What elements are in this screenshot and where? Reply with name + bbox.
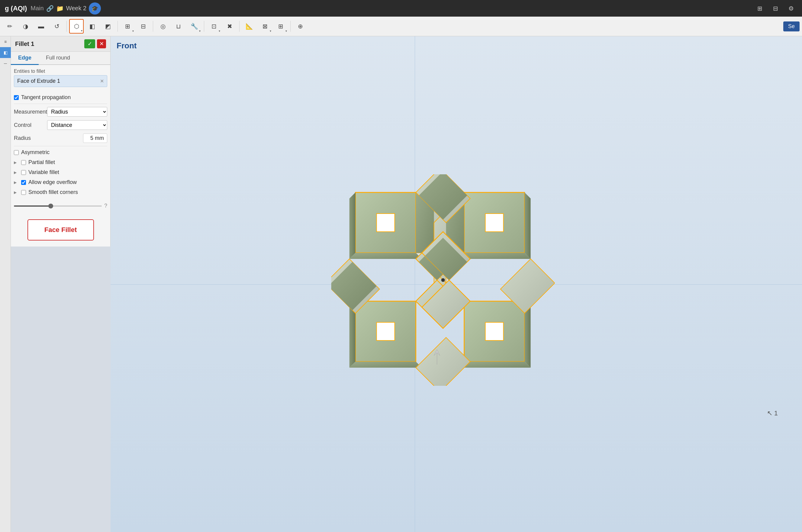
sidebar-item-3[interactable]: ─ (0, 58, 11, 69)
3d-shape (331, 174, 555, 386)
sep6 (290, 21, 291, 32)
measurement-label: Measurement (14, 109, 47, 115)
asymmetric-row: Asymmetric (14, 148, 107, 157)
layout-btn[interactable]: ⊟ (769, 2, 781, 15)
cancel-btn[interactable]: ✕ (97, 39, 106, 48)
mate-btn[interactable]: ⊔ (171, 19, 186, 34)
tab-full-round[interactable]: Full round (39, 52, 77, 65)
dropdown-arrow2-icon: ▾ (132, 29, 134, 33)
allow-edge-overflow-label: Allow edge overflow (28, 179, 77, 186)
measurement-row: Measurement Radius Curvature (14, 105, 107, 118)
svg-marker-10 (524, 192, 531, 259)
slider-section: ? (11, 200, 110, 213)
search-btn[interactable]: Se (783, 21, 800, 32)
delete-red-btn[interactable]: ✖ (222, 19, 237, 34)
svg-marker-2 (376, 214, 395, 232)
variable-fillet-label: Variable fillet (28, 169, 59, 175)
copy-dropdown-btn[interactable]: ⊞ ▾ (273, 19, 288, 34)
settings-btn[interactable]: ⚙ (785, 2, 797, 15)
svg-marker-3 (349, 192, 355, 259)
viewport: Front (111, 36, 802, 532)
svg-marker-33 (416, 338, 470, 386)
entities-clear-btn[interactable]: ✕ (100, 78, 104, 84)
viewport-label: Front (117, 41, 136, 51)
sketch-icon: ✏ (7, 23, 13, 30)
tab-edge[interactable]: Edge (11, 52, 39, 65)
se-arm (422, 280, 470, 328)
pattern-icon: ⊞ (125, 23, 130, 30)
dropdown-arrow5-icon: ▾ (270, 29, 271, 33)
motion-icon: 🔧 (191, 23, 198, 30)
slider-fill (14, 205, 51, 207)
smooth-fillet-corners-expand-icon[interactable]: ▶ (14, 190, 19, 194)
control-select[interactable]: Distance Chord length (47, 120, 107, 130)
svg-marker-18 (349, 362, 422, 368)
partial-fillet-expand-icon[interactable]: ▶ (14, 160, 19, 165)
radius-label: Radius (14, 135, 83, 141)
assembly-btn[interactable]: ⊟ (136, 19, 150, 34)
radius-row: Radius (14, 132, 107, 145)
smooth-fillet-corners-checkbox[interactable] (21, 190, 26, 195)
entities-value: Face of Extrude 1 (17, 78, 60, 84)
plane-btn[interactable]: 📐 (242, 19, 256, 34)
dropdown-arrow6-icon: ▾ (285, 29, 287, 33)
tangent-propagation-label: Tangent propagation (21, 94, 71, 101)
delete-icon: ✖ (227, 23, 232, 30)
panel-header: Fillet 1 ✓ ✕ (11, 36, 110, 52)
snap-icon: ⊡ (211, 23, 216, 30)
allow-edge-overflow-checkbox[interactable] (21, 180, 26, 185)
partial-fillet-checkbox[interactable] (21, 160, 26, 165)
week-label: Week 2 (66, 5, 87, 12)
link-icon: 🔗 (46, 5, 54, 12)
svg-marker-4 (349, 253, 422, 259)
entities-input[interactable]: Face of Extrude 1 ✕ (14, 75, 107, 87)
control-row: Control Distance Chord length (14, 118, 107, 132)
arc-btn[interactable]: ◑ (18, 19, 33, 34)
confirm-btn[interactable]: ✓ (84, 39, 95, 48)
extrude-btn[interactable]: ▬ (34, 19, 48, 34)
face-fillet-btn[interactable]: Face Fillet (27, 219, 94, 241)
slider-thumb[interactable] (48, 204, 53, 208)
revolve-btn[interactable]: ↺ (50, 19, 64, 34)
mirror-icon: ⊠ (263, 23, 268, 30)
mirror-dropdown-btn[interactable]: ⊠ ▾ (258, 19, 272, 34)
measure-icon: ◎ (160, 23, 166, 30)
sidebar-item-2[interactable]: ◧ (0, 47, 11, 58)
allow-edge-overflow-expand-icon[interactable]: ▶ (14, 180, 19, 185)
motion-dropdown-btn[interactable]: 🔧 ▾ (187, 19, 202, 34)
pattern-btn[interactable]: ⊞ ▾ (120, 19, 135, 34)
allow-edge-overflow-row: ▶ Allow edge overflow (14, 177, 107, 187)
extrude-icon: ▬ (38, 23, 44, 30)
graduation-icon[interactable]: 🎓 (89, 2, 101, 15)
asymmetric-label: Asymmetric (21, 149, 50, 156)
grid-view-btn[interactable]: ⊞ (754, 2, 766, 15)
sketch-btn[interactable]: ✏ (2, 19, 17, 34)
origin-dot (441, 278, 445, 282)
options-section: Tangent propagation Measurement Radius C… (11, 90, 110, 200)
add-icon: ⊕ (298, 23, 303, 30)
fillet-panel: Fillet 1 ✓ ✕ Edge Full round Entities to… (11, 36, 111, 247)
tangent-propagation-row: Tangent propagation (14, 92, 107, 102)
sep2 (117, 21, 118, 32)
entities-section: Entities to fillet Face of Extrude 1 ✕ (14, 69, 107, 87)
fillet-icon: ◧ (90, 23, 95, 30)
sidebar-item-1[interactable]: ≡ (0, 36, 11, 47)
tangent-propagation-checkbox[interactable] (14, 95, 19, 100)
variable-fillet-checkbox[interactable] (21, 170, 26, 175)
fillet-btn[interactable]: ◧ (85, 19, 99, 34)
smooth-fillet-corners-row: ▶ Smooth fillet corners (14, 187, 107, 197)
measurement-select[interactable]: Radius Curvature (47, 107, 107, 117)
asymmetric-checkbox[interactable] (14, 150, 19, 155)
control-label: Control (14, 122, 47, 128)
svg-marker-9 (485, 214, 503, 232)
variable-fillet-expand-icon[interactable]: ▶ (14, 170, 19, 175)
sep4 (204, 21, 204, 32)
measure-btn[interactable]: ◎ (156, 19, 170, 34)
chamfer-btn[interactable]: ◩ (101, 19, 115, 34)
help-icon[interactable]: ? (104, 203, 107, 209)
add-btn[interactable]: ⊕ (293, 19, 307, 34)
panel-actions: ✓ ✕ (84, 39, 106, 48)
shell-dropdown-btn[interactable]: ⬡ ▾ (69, 19, 84, 34)
radius-input[interactable] (83, 134, 107, 143)
snap-btn[interactable]: ⊡ ▾ (207, 19, 221, 34)
